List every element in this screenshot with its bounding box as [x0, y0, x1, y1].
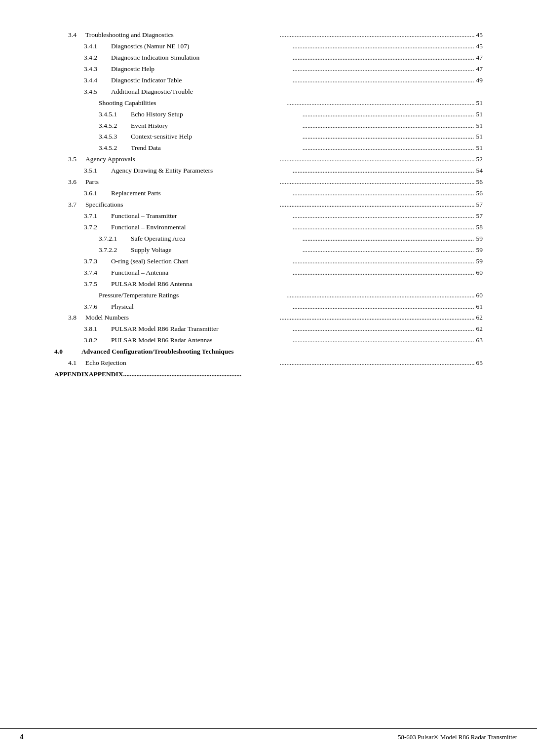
toc-title: Agency Drawing & Entity Parameters: [111, 165, 293, 177]
toc-page: 63: [476, 335, 483, 346]
toc-number: 4.0: [54, 346, 81, 358]
toc-dots: ........................................…: [286, 98, 474, 109]
toc-number: 3.7.2: [84, 222, 111, 233]
toc-title: Diagnostic Help: [111, 64, 293, 75]
toc-title: Functional – Transmitter: [111, 211, 293, 222]
toc-title: Trend Data: [131, 143, 303, 154]
toc-entry: 3.7.2Functional – Environmental.........…: [54, 222, 483, 233]
toc-entry: 3.4.5.2Trend Data.......................…: [54, 143, 483, 154]
toc-number: 3.4: [68, 30, 85, 41]
toc-entry: 3.7.5PULSAR Model R86 Antenna: [54, 279, 483, 290]
toc-number: 3.7: [68, 199, 85, 211]
toc-entry: 3.7Specifications.......................…: [54, 199, 483, 211]
toc-number: APPENDIX: [54, 369, 89, 380]
toc-dots: ........................................…: [303, 109, 474, 120]
toc-dots: ........................................…: [293, 267, 474, 279]
toc-title: Shooting Capabilities: [99, 98, 286, 109]
toc-title: Diagnostics (Namur NE 107): [111, 41, 293, 52]
toc-title: Physical: [111, 301, 293, 313]
toc-entry: 4.1Echo Rejection.......................…: [54, 358, 483, 369]
toc-title: Echo Rejection: [85, 358, 280, 369]
toc-dots: ........................................…: [286, 290, 474, 301]
toc-title: Supply Voltage: [131, 245, 303, 256]
toc-number: 3.6.1: [84, 188, 111, 199]
toc-dots: ........................................…: [293, 256, 474, 267]
toc-page: 59: [476, 245, 483, 256]
toc-title: PULSAR Model R86 Antenna: [111, 279, 297, 290]
toc-page: 60: [476, 290, 483, 301]
toc-number: 3.4.5.2: [99, 143, 131, 154]
toc-number: 3.7.5: [84, 279, 111, 290]
toc-dots: ........................................…: [303, 245, 474, 256]
toc-number: 3.7.6: [84, 301, 111, 313]
toc-entry: 3.7.2.2Supply Voltage...................…: [54, 245, 483, 256]
toc-number: 3.7.2.2: [99, 245, 131, 256]
toc-page: 47: [476, 64, 483, 75]
toc-page: 62: [476, 324, 483, 335]
toc-title: Event History: [131, 120, 303, 132]
toc-number: 3.4.5.3: [99, 131, 131, 143]
toc-entry: 3.4Troubleshooting and Diagnostics......…: [54, 30, 483, 41]
toc-title: Replacement Parts: [111, 188, 293, 199]
toc-page: 57: [476, 211, 483, 222]
toc-entry: 3.7.6Physical...........................…: [54, 301, 483, 313]
toc-dots: ........................................…: [280, 199, 474, 211]
toc-entry: 3.7.3O-ring (seal) Selection Chart......…: [54, 256, 483, 267]
toc-number: 3.5: [68, 154, 85, 165]
toc-entry: 3.7.2.1Safe Operating Area..............…: [54, 233, 483, 245]
toc-entry: 3.5Agency Approvals.....................…: [54, 154, 483, 165]
toc-dots: ........................................…: [280, 177, 474, 188]
toc-entry: 3.4.5.2Event History....................…: [54, 120, 483, 132]
toc-page: 60: [476, 267, 483, 279]
toc-page: 59: [476, 256, 483, 267]
toc-title: Diagnostic Indicator Table: [111, 75, 293, 86]
toc-page: 52: [476, 154, 483, 165]
toc-dots: ........................................…: [293, 222, 474, 233]
toc-dots: ........................................…: [303, 143, 474, 154]
toc-dots: ........................................…: [280, 154, 474, 165]
toc-dots: ........................................…: [280, 358, 474, 369]
toc-page: 62: [476, 312, 483, 324]
toc-entry: 3.8Model Numbers........................…: [54, 312, 483, 324]
toc-page: 51: [476, 131, 483, 143]
toc-number: 3.8: [68, 312, 85, 324]
toc-dots: ........................................…: [303, 233, 474, 245]
toc-number: 3.7.3: [84, 256, 111, 267]
toc-dots: ........................................…: [293, 188, 474, 199]
toc-title: Functional – Antenna: [111, 267, 293, 279]
toc-entry: Pressure/Temperature Ratings............…: [54, 290, 483, 301]
toc-title: Troubleshooting and Diagnostics: [85, 30, 280, 41]
toc-dots: ........................................…: [293, 335, 474, 346]
toc-title: PULSAR Model R86 Radar Antennas: [111, 335, 293, 346]
toc-entry: Shooting Capabilities...................…: [54, 98, 483, 109]
toc-entry: 4.0Advanced Configuration/Troubleshootin…: [54, 346, 483, 358]
footer: 4 58-603 Pulsar® Model R86 Radar Transmi…: [0, 728, 537, 741]
toc-dots: ........................................…: [293, 211, 474, 222]
toc-title: Echo History Setup: [131, 109, 303, 120]
toc-page: 47: [476, 52, 483, 64]
toc-title: O-ring (seal) Selection Chart: [111, 256, 293, 267]
toc-title: Additional Diagnostic/Trouble: [111, 86, 297, 98]
toc-dots: ........................................…: [280, 30, 474, 41]
toc-number: 3.5.1: [84, 165, 111, 177]
toc-number: 3.8.1: [84, 324, 111, 335]
toc-entry: 3.8.1PULSAR Model R86 Radar Transmitter.…: [54, 324, 483, 335]
toc-entry: 3.4.2Diagnostic Indication Simulation...…: [54, 52, 483, 64]
toc-page: 51: [476, 143, 483, 154]
toc-dots: ........................................…: [293, 52, 474, 64]
toc-number: 3.6: [68, 177, 85, 188]
toc-entry: 3.4.4Diagnostic Indicator Table.........…: [54, 75, 483, 86]
toc-entry: 3.6Parts................................…: [54, 177, 483, 188]
toc-title: Parts: [85, 177, 280, 188]
toc-dots: ........................................…: [280, 312, 474, 324]
toc-page: 49: [476, 75, 483, 86]
toc-page: 51: [476, 109, 483, 120]
footer-page-number: 4: [20, 733, 24, 741]
toc-number: 3.4.5.1: [99, 109, 131, 120]
toc-page: 65: [476, 358, 483, 369]
toc-dots: ........................................…: [293, 301, 474, 313]
toc-title: Model Numbers: [85, 312, 280, 324]
toc-title: Diagnostic Indication Simulation: [111, 52, 293, 64]
toc-dots: ........................................…: [293, 324, 474, 335]
footer-product-info: 58-603 Pulsar® Model R86 Radar Transmitt…: [398, 733, 517, 741]
